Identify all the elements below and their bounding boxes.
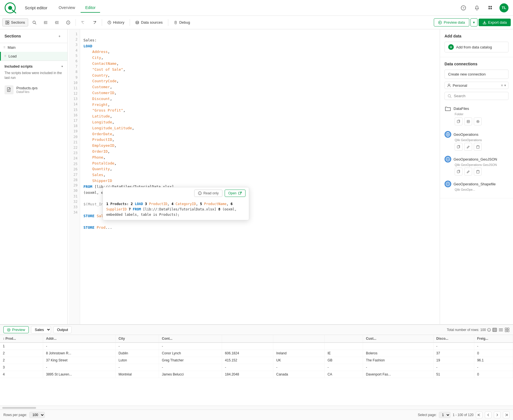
undo-button[interactable] <box>78 19 88 26</box>
col-header-col7[interactable] <box>324 335 363 343</box>
preview-dropdown-button[interactable]: ▾ <box>470 18 477 26</box>
search-connections[interactable] <box>445 92 508 100</box>
cell-city: Montréal <box>116 371 159 378</box>
cell-col5: - <box>222 364 273 371</box>
add-section-button[interactable]: + <box>56 33 63 39</box>
add-from-catalog-button[interactable]: + Add from data catalog <box>445 42 508 52</box>
geoops-edit-btn[interactable] <box>464 143 472 151</box>
horizontal-scrollbar[interactable] <box>0 406 513 410</box>
cell-col6: Canada <box>273 371 324 378</box>
debug-button[interactable]: Debug <box>171 18 193 26</box>
prev-page-button[interactable] <box>485 412 492 418</box>
cell-col5 <box>222 343 273 350</box>
geojson-delete-btn[interactable] <box>474 168 482 175</box>
help-icon[interactable]: ? <box>459 3 468 12</box>
cell-freig: 96.1 <box>474 357 513 364</box>
output-button[interactable]: Output <box>53 326 72 333</box>
svg-rect-67 <box>505 328 507 330</box>
toolbar-separator-2 <box>102 19 102 26</box>
next-page-button[interactable] <box>494 412 501 418</box>
open-label: Open <box>228 191 236 195</box>
cell-cust: The Fashion <box>363 357 434 364</box>
geoops-icon <box>445 131 451 138</box>
search-input[interactable] <box>454 94 505 98</box>
sections-toggle-button[interactable]: Sections <box>2 18 28 26</box>
cell-freig: 0 <box>474 371 513 378</box>
add-data-section: Add data + Add from data catalog <box>440 29 513 57</box>
readonly-button[interactable]: i Read only <box>194 190 222 197</box>
history-button[interactable]: History <box>104 18 127 26</box>
preview-data-button[interactable]: Preview data <box>434 18 469 26</box>
data-sources-button[interactable]: Data sources <box>132 18 166 26</box>
first-page-button[interactable] <box>476 412 483 418</box>
export-data-button[interactable]: Export data <box>479 19 511 26</box>
cell-col7: - <box>324 364 363 371</box>
geoops-delete-btn[interactable] <box>474 143 482 151</box>
datafiles-action-3[interactable] <box>474 117 482 125</box>
bottom-preview: Preview Sales Output Total number of row… <box>0 324 513 420</box>
cell-col7: CA <box>324 371 363 378</box>
cell-addr: 37 King Street <box>43 357 116 364</box>
add-data-title: Add data <box>445 34 508 38</box>
chevron-down-icon[interactable]: ▾ <box>504 83 506 87</box>
preview-label: Preview data <box>444 20 465 25</box>
grid-icon[interactable] <box>486 3 495 12</box>
outdent-button[interactable] <box>52 19 62 26</box>
data-connections-section: Data connections Create new connection P… <box>440 57 513 198</box>
geojson-label: GeoOperations_GeoJSON <box>454 157 508 161</box>
col-header-col5[interactable] <box>222 335 273 343</box>
search-button[interactable] <box>29 19 39 26</box>
open-button[interactable]: Open <box>225 190 246 197</box>
close-filter-icon[interactable]: × <box>501 83 503 88</box>
avatar[interactable]: TL <box>499 3 508 12</box>
included-scripts-description: The scripts below were included in the l… <box>5 71 63 80</box>
script-file-icon <box>5 85 14 94</box>
col-header-cont[interactable]: Cont... <box>159 335 222 343</box>
svg-rect-69 <box>505 330 507 332</box>
bell-icon[interactable] <box>472 3 481 12</box>
tab-editor[interactable]: Editor <box>81 3 100 13</box>
col-header-cust[interactable]: Cust... <box>363 335 434 343</box>
total-rows-label: Total number of rows: <box>447 328 479 332</box>
total-rows-count: 100 <box>480 328 486 332</box>
help-btn[interactable]: ? <box>63 19 73 26</box>
add-catalog-label: Add from data catalog <box>456 45 492 49</box>
col-header-freig[interactable]: Freig... <box>474 335 513 343</box>
cell-col6: UK <box>273 357 324 364</box>
table-section: ↕ Prod... Addr... City Cont... Cust... D… <box>0 335 513 406</box>
col-header-prod[interactable]: ↕ Prod... <box>0 335 43 343</box>
col-header-addr[interactable]: Addr... <box>43 335 116 343</box>
cell-freig: - <box>474 364 513 371</box>
section-item-load[interactable]: ⠿ Load 🗑 <box>0 52 67 61</box>
col-header-disco[interactable]: Disco... <box>433 335 474 343</box>
geooperations-item: GeoOperations Qlik GeoOperations <box>445 129 508 152</box>
svg-rect-52 <box>477 171 479 173</box>
page-select[interactable]: 1 <box>439 412 450 418</box>
nav-tabs: Overview Editor <box>54 3 100 13</box>
section-label-main: Main <box>8 45 64 50</box>
total-rows-info: Total number of rows: 100 i <box>447 327 510 332</box>
geojson-copy-btn[interactable] <box>455 168 463 175</box>
geojson-edit-btn[interactable] <box>464 168 472 175</box>
last-page-button[interactable] <box>503 412 510 418</box>
table-footer: Rows per page: 100 Select page: 1 1 - 10… <box>0 410 513 420</box>
redo-button[interactable] <box>89 19 99 26</box>
datafiles-action-2[interactable] <box>464 117 472 125</box>
included-scripts-toggle[interactable]: ▾ <box>61 65 63 68</box>
tab-overview[interactable]: Overview <box>54 3 79 13</box>
preview-run-button[interactable]: Preview <box>3 326 29 333</box>
col-header-col6[interactable] <box>273 335 324 343</box>
cell-cont: - <box>159 364 222 371</box>
datafiles-action-1[interactable] <box>455 117 463 125</box>
rows-per-page-select[interactable]: 100 <box>29 412 45 418</box>
create-connection-button[interactable]: Create new connection <box>445 70 508 79</box>
geoops-copy-btn[interactable] <box>455 143 463 151</box>
indent-button[interactable] <box>41 19 51 26</box>
svg-rect-8 <box>490 8 492 9</box>
col-header-city[interactable]: City <box>116 335 159 343</box>
section-item-main[interactable]: ⠿ Main <box>0 43 67 52</box>
table-select[interactable]: Sales <box>31 326 51 334</box>
cell-city: - <box>116 364 159 371</box>
script-source: DataFiles <box>16 90 63 94</box>
export-label: Export data <box>488 20 507 25</box>
